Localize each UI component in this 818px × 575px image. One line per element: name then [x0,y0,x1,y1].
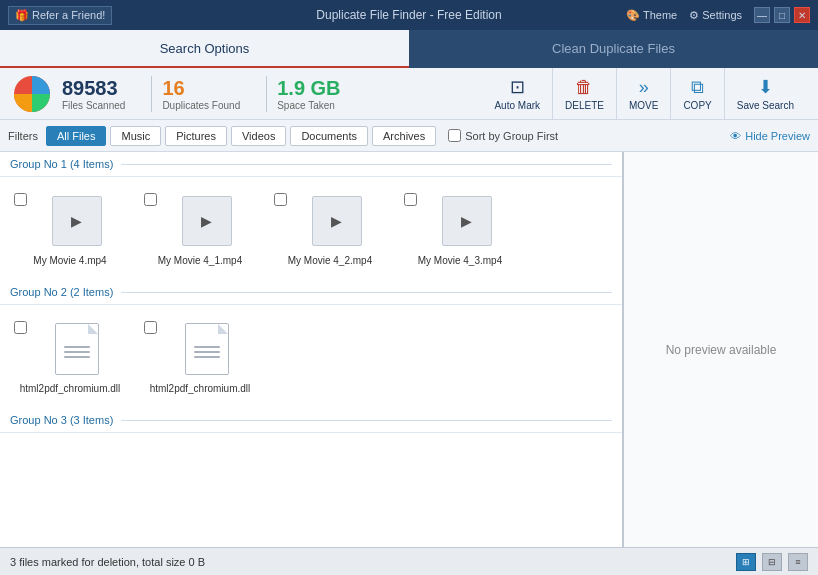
refer-icon: 🎁 [15,9,29,22]
files-scanned-stat: 89583 Files Scanned [62,77,125,111]
dll-file-icon [185,323,229,375]
group-header-2: Group No 2 (2 Items) [0,280,622,305]
copy-label: COPY [683,100,711,111]
group-2-items: html2pdf_chromium.dll [0,305,622,408]
file-list-pane[interactable]: Group No 1 (4 Items) My Movie 4.mp4 [0,152,623,547]
auto-mark-button[interactable]: ⊡ Auto Mark [482,68,552,120]
video-file-icon [312,196,362,246]
close-button[interactable]: ✕ [794,7,810,23]
space-num: 1.9 GB [277,77,340,100]
settings-button[interactable]: ⚙ Settings [689,9,742,22]
status-view-icons: ⊞ ⊟ ≡ [736,553,808,571]
tab-bar: Search Options Clean Duplicate Files [0,30,818,68]
grid-medium-icon: ⊟ [768,557,776,567]
file-name: My Movie 4.mp4 [33,255,106,266]
minimize-button[interactable]: — [754,7,770,23]
eye-icon: 👁 [730,130,741,142]
status-bar: 3 files marked for deletion, total size … [0,547,818,575]
files-scanned-num: 89583 [62,77,125,100]
status-text: 3 files marked for deletion, total size … [10,556,205,568]
list-item: My Movie 4_2.mp4 [270,187,390,270]
file-name: html2pdf_chromium.dll [150,383,251,394]
group-header-1: Group No 1 (4 Items) [0,152,622,177]
group-3-label: Group No 3 (3 Items) [10,414,113,426]
theme-button[interactable]: 🎨 Theme [626,9,677,22]
group-1-label: Group No 1 (4 Items) [10,158,113,170]
auto-mark-icon: ⊡ [510,76,525,98]
refer-label: Refer a Friend! [32,9,105,21]
list-item: html2pdf_chromium.dll [140,315,260,398]
restore-button[interactable]: □ [774,7,790,23]
list-item: My Movie 4_3.mp4 [400,187,520,270]
file-name: My Movie 4_1.mp4 [158,255,242,266]
tab-clean-duplicates[interactable]: Clean Duplicate Files [409,30,818,68]
stats-divider-2 [266,76,267,112]
group-3-items [0,433,622,453]
stats-actions: ⊡ Auto Mark 🗑 DELETE » MOVE ⧉ COPY ⬇ Sav… [482,68,806,120]
file-name: My Movie 4_3.mp4 [418,255,502,266]
group-header-3: Group No 3 (3 Items) [0,408,622,433]
delete-icon: 🗑 [575,77,593,98]
filter-music[interactable]: Music [110,126,161,146]
save-search-button[interactable]: ⬇ Save Search [724,68,806,120]
delete-label: DELETE [565,100,604,111]
filter-videos[interactable]: Videos [231,126,286,146]
view-medium-grid-button[interactable]: ⊟ [762,553,782,571]
file-checkbox[interactable] [144,321,157,334]
space-label: Space Taken [277,100,340,111]
group-1-items: My Movie 4.mp4 My Movie 4_1.mp4 [0,177,622,280]
main-content: Group No 1 (4 Items) My Movie 4.mp4 [0,152,818,547]
filter-pictures[interactable]: Pictures [165,126,227,146]
list-item: My Movie 4.mp4 [10,187,130,270]
dll-file-icon [55,323,99,375]
stats-pie-chart [12,74,52,114]
theme-icon: 🎨 [626,9,640,22]
file-checkbox[interactable] [144,193,157,206]
title-bar: 🎁 Refer a Friend! Duplicate File Finder … [0,0,818,30]
file-checkbox[interactable] [404,193,417,206]
hide-preview-button[interactable]: 👁 Hide Preview [730,130,810,142]
sort-by-group-check[interactable]: Sort by Group First [448,129,558,142]
settings-icon: ⚙ [689,9,699,22]
file-checkbox[interactable] [274,193,287,206]
grid-large-icon: ⊞ [742,557,750,567]
video-file-icon [442,196,492,246]
move-label: MOVE [629,100,658,111]
duplicates-stat: 16 Duplicates Found [162,77,240,111]
group-2-label: Group No 2 (2 Items) [10,286,113,298]
filter-label: Filters [8,130,38,142]
grid-small-icon: ≡ [795,557,800,567]
filter-documents[interactable]: Documents [290,126,368,146]
space-stat: 1.9 GB Space Taken [277,77,340,111]
auto-mark-label: Auto Mark [494,100,540,111]
copy-button[interactable]: ⧉ COPY [670,68,723,120]
preview-pane: No preview available [623,152,818,547]
duplicates-num: 16 [162,77,240,100]
tab-search-options[interactable]: Search Options [0,30,409,68]
app-title: Duplicate File Finder - Free Edition [316,8,501,22]
list-item: My Movie 4_1.mp4 [140,187,260,270]
filter-bar: Filters All Files Music Pictures Videos … [0,120,818,152]
sort-checkbox[interactable] [448,129,461,142]
settings-label: Settings [702,9,742,21]
delete-button[interactable]: 🗑 DELETE [552,68,616,120]
view-large-grid-button[interactable]: ⊞ [736,553,756,571]
file-checkbox[interactable] [14,321,27,334]
file-name: html2pdf_chromium.dll [20,383,121,394]
stats-divider-1 [151,76,152,112]
move-button[interactable]: » MOVE [616,68,670,120]
stats-bar: 89583 Files Scanned 16 Duplicates Found … [0,68,818,120]
sort-label: Sort by Group First [465,130,558,142]
save-search-label: Save Search [737,100,794,111]
video-file-icon [52,196,102,246]
preview-text: No preview available [666,343,777,357]
hide-preview-label: Hide Preview [745,130,810,142]
filter-all-files[interactable]: All Files [46,126,107,146]
files-scanned-label: Files Scanned [62,100,125,111]
move-icon: » [639,77,649,98]
file-checkbox[interactable] [14,193,27,206]
theme-label: Theme [643,9,677,21]
view-small-grid-button[interactable]: ≡ [788,553,808,571]
filter-archives[interactable]: Archives [372,126,436,146]
refer-button[interactable]: 🎁 Refer a Friend! [8,6,112,25]
